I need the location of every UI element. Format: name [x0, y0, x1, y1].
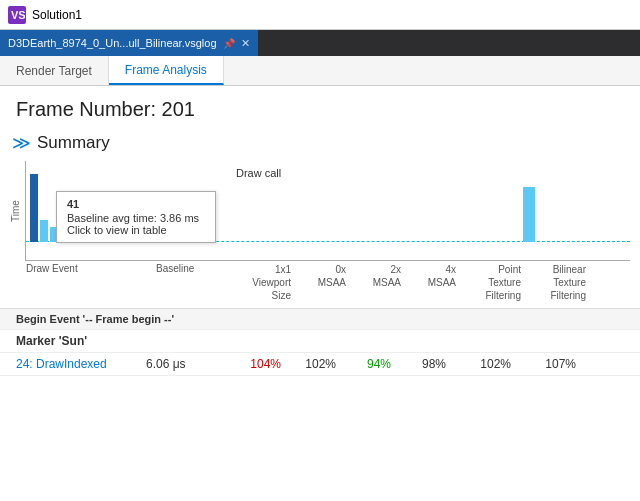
event-point-val: 102% — [446, 357, 511, 371]
col-header-2xmsaa: 2xMSAA — [346, 263, 401, 302]
tooltip-baseline-text: Baseline avg time: 3.86 ms — [67, 212, 205, 224]
col-header-bilinear-texture: BilinearTextureFiltering — [521, 263, 586, 302]
x-axis-header-row: Draw Event Baseline 1x1ViewportSize 0xMS… — [26, 263, 630, 302]
event-2xmsaa-val: 94% — [336, 357, 391, 371]
chart-container: Time 41 Baseline avg time: 3.86 ms — [10, 161, 630, 261]
col-header-4xmsaa: 4xMSAA — [401, 263, 456, 302]
bar-2 — [40, 220, 48, 242]
doc-tab-bar: D3DEarth_8974_0_Un...ull_Bilinear.vsglog… — [0, 30, 640, 56]
summary-title: Summary — [37, 133, 110, 153]
vs-logo-icon: VS — [8, 6, 26, 24]
chart-tooltip: 41 Baseline avg time: 3.86 ms Click to v… — [56, 191, 216, 243]
chart-inner: 41 Baseline avg time: 3.86 ms Click to v… — [25, 161, 630, 261]
frame-number-heading: Frame Number: 201 — [0, 86, 640, 129]
col-header-point-texture: PointTextureFiltering — [456, 263, 521, 302]
event-bilinear-val: 107% — [511, 357, 576, 371]
col-header-1x1: 1x1ViewportSize — [226, 263, 291, 302]
event-1x1-val: 104% — [216, 357, 281, 371]
event-baseline-val: 6.06 μs — [146, 357, 216, 371]
event-draw-indexed[interactable]: 24: DrawIndexed — [16, 357, 146, 371]
svg-text:VS: VS — [11, 9, 26, 21]
event-4xmsaa-val: 98% — [391, 357, 446, 371]
doc-tab-label: D3DEarth_8974_0_Un...ull_Bilinear.vsglog — [8, 37, 217, 49]
chevron-double-icon: ≫ — [12, 134, 31, 152]
event-header-begin: Begin Event '-- Frame begin --' — [0, 309, 640, 330]
close-icon[interactable]: ✕ — [241, 37, 250, 50]
event-data-row-0: 24: DrawIndexed 6.06 μs 104% 102% 94% 98… — [0, 353, 640, 376]
tab-render-target[interactable]: Render Target — [0, 56, 109, 85]
sub-tab-bar: Render Target Frame Analysis — [0, 56, 640, 86]
chart-area: Time 41 Baseline avg time: 3.86 ms — [0, 161, 640, 302]
event-table: Begin Event '-- Frame begin --' Marker '… — [0, 308, 640, 376]
pin-icon[interactable]: 📌 — [223, 38, 235, 49]
draw-call-label: Draw call — [236, 167, 281, 179]
col-header-baseline: Baseline — [156, 263, 226, 302]
doc-tab[interactable]: D3DEarth_8974_0_Un...ull_Bilinear.vsglog… — [0, 30, 258, 56]
chart-y-label: Time — [10, 161, 21, 261]
bar-1 — [30, 174, 38, 242]
col-header-draw-event: Draw Event — [26, 263, 156, 302]
title-bar-text: Solution1 — [32, 8, 82, 22]
summary-section-header: ≫ Summary — [0, 129, 640, 161]
tooltip-click-text: Click to view in table — [67, 224, 205, 236]
tooltip-draw-call: 41 — [67, 198, 205, 210]
tab-frame-analysis[interactable]: Frame Analysis — [109, 56, 224, 85]
main-content: Frame Number: 201 ≫ Summary Time — [0, 86, 640, 501]
col-header-0xmsaa: 0xMSAA — [291, 263, 346, 302]
title-bar: VS Solution1 — [0, 0, 640, 30]
event-marker-sun: Marker 'Sun' — [0, 330, 640, 353]
bar-right — [523, 187, 535, 242]
event-0xmsaa-val: 102% — [281, 357, 336, 371]
